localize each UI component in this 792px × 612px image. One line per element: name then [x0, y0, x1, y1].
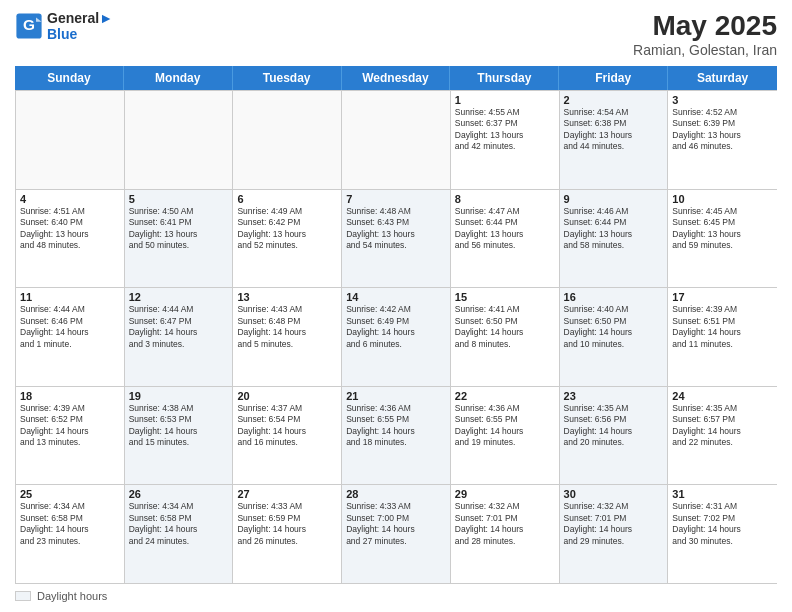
day-number: 3 [672, 94, 773, 106]
calendar-cell: 4Sunrise: 4:51 AM Sunset: 6:40 PM Daylig… [16, 190, 125, 288]
cell-info: Sunrise: 4:33 AM Sunset: 6:59 PM Dayligh… [237, 501, 337, 547]
cell-info: Sunrise: 4:40 AM Sunset: 6:50 PM Dayligh… [564, 304, 664, 350]
day-number: 12 [129, 291, 229, 303]
day-number: 16 [564, 291, 664, 303]
calendar-cell: 19Sunrise: 4:38 AM Sunset: 6:53 PM Dayli… [125, 387, 234, 485]
calendar-row: 18Sunrise: 4:39 AM Sunset: 6:52 PM Dayli… [16, 386, 777, 485]
day-number: 30 [564, 488, 664, 500]
calendar-cell: 21Sunrise: 4:36 AM Sunset: 6:55 PM Dayli… [342, 387, 451, 485]
day-number: 22 [455, 390, 555, 402]
cell-info: Sunrise: 4:34 AM Sunset: 6:58 PM Dayligh… [129, 501, 229, 547]
cell-info: Sunrise: 4:44 AM Sunset: 6:46 PM Dayligh… [20, 304, 120, 350]
cell-info: Sunrise: 4:50 AM Sunset: 6:41 PM Dayligh… [129, 206, 229, 252]
day-number: 21 [346, 390, 446, 402]
day-number: 1 [455, 94, 555, 106]
cell-info: Sunrise: 4:32 AM Sunset: 7:01 PM Dayligh… [564, 501, 664, 547]
calendar-cell: 7Sunrise: 4:48 AM Sunset: 6:43 PM Daylig… [342, 190, 451, 288]
calendar-cell: 12Sunrise: 4:44 AM Sunset: 6:47 PM Dayli… [125, 288, 234, 386]
calendar: SundayMondayTuesdayWednesdayThursdayFrid… [15, 66, 777, 584]
cell-info: Sunrise: 4:43 AM Sunset: 6:48 PM Dayligh… [237, 304, 337, 350]
calendar-header: SundayMondayTuesdayWednesdayThursdayFrid… [15, 66, 777, 90]
calendar-cell: 31Sunrise: 4:31 AM Sunset: 7:02 PM Dayli… [668, 485, 777, 583]
day-number: 25 [20, 488, 120, 500]
day-number: 19 [129, 390, 229, 402]
cell-info: Sunrise: 4:38 AM Sunset: 6:53 PM Dayligh… [129, 403, 229, 449]
svg-text:G: G [23, 16, 35, 33]
calendar-cell: 15Sunrise: 4:41 AM Sunset: 6:50 PM Dayli… [451, 288, 560, 386]
calendar-cell: 16Sunrise: 4:40 AM Sunset: 6:50 PM Dayli… [560, 288, 669, 386]
cell-info: Sunrise: 4:41 AM Sunset: 6:50 PM Dayligh… [455, 304, 555, 350]
day-number: 7 [346, 193, 446, 205]
month-title: May 2025 [633, 10, 777, 42]
calendar-cell: 8Sunrise: 4:47 AM Sunset: 6:44 PM Daylig… [451, 190, 560, 288]
calendar-row: 25Sunrise: 4:34 AM Sunset: 6:58 PM Dayli… [16, 484, 777, 583]
calendar-cell: 17Sunrise: 4:39 AM Sunset: 6:51 PM Dayli… [668, 288, 777, 386]
cell-info: Sunrise: 4:45 AM Sunset: 6:45 PM Dayligh… [672, 206, 773, 252]
calendar-cell: 11Sunrise: 4:44 AM Sunset: 6:46 PM Dayli… [16, 288, 125, 386]
calendar-cell: 10Sunrise: 4:45 AM Sunset: 6:45 PM Dayli… [668, 190, 777, 288]
day-number: 28 [346, 488, 446, 500]
day-number: 8 [455, 193, 555, 205]
calendar-cell: 2Sunrise: 4:54 AM Sunset: 6:38 PM Daylig… [560, 91, 669, 189]
header-day-saturday: Saturday [668, 66, 777, 90]
day-number: 9 [564, 193, 664, 205]
cell-info: Sunrise: 4:52 AM Sunset: 6:39 PM Dayligh… [672, 107, 773, 153]
cell-info: Sunrise: 4:42 AM Sunset: 6:49 PM Dayligh… [346, 304, 446, 350]
calendar-cell [233, 91, 342, 189]
day-number: 23 [564, 390, 664, 402]
day-number: 11 [20, 291, 120, 303]
calendar-cell [16, 91, 125, 189]
header-day-friday: Friday [559, 66, 668, 90]
calendar-cell: 23Sunrise: 4:35 AM Sunset: 6:56 PM Dayli… [560, 387, 669, 485]
cell-info: Sunrise: 4:49 AM Sunset: 6:42 PM Dayligh… [237, 206, 337, 252]
calendar-cell: 22Sunrise: 4:36 AM Sunset: 6:55 PM Dayli… [451, 387, 560, 485]
legend-box [15, 591, 31, 601]
cell-info: Sunrise: 4:35 AM Sunset: 6:57 PM Dayligh… [672, 403, 773, 449]
day-number: 10 [672, 193, 773, 205]
day-number: 4 [20, 193, 120, 205]
header: G General► Blue May 2025 Ramian, Golesta… [15, 10, 777, 58]
header-day-monday: Monday [124, 66, 233, 90]
header-day-thursday: Thursday [450, 66, 559, 90]
day-number: 24 [672, 390, 773, 402]
day-number: 29 [455, 488, 555, 500]
calendar-body: 1Sunrise: 4:55 AM Sunset: 6:37 PM Daylig… [15, 90, 777, 584]
cell-info: Sunrise: 4:44 AM Sunset: 6:47 PM Dayligh… [129, 304, 229, 350]
logo-icon: G [15, 12, 43, 40]
calendar-cell: 28Sunrise: 4:33 AM Sunset: 7:00 PM Dayli… [342, 485, 451, 583]
calendar-cell: 1Sunrise: 4:55 AM Sunset: 6:37 PM Daylig… [451, 91, 560, 189]
calendar-row: 1Sunrise: 4:55 AM Sunset: 6:37 PM Daylig… [16, 90, 777, 189]
cell-info: Sunrise: 4:31 AM Sunset: 7:02 PM Dayligh… [672, 501, 773, 547]
calendar-row: 11Sunrise: 4:44 AM Sunset: 6:46 PM Dayli… [16, 287, 777, 386]
cell-info: Sunrise: 4:33 AM Sunset: 7:00 PM Dayligh… [346, 501, 446, 547]
calendar-cell [342, 91, 451, 189]
cell-info: Sunrise: 4:54 AM Sunset: 6:38 PM Dayligh… [564, 107, 664, 153]
cell-info: Sunrise: 4:39 AM Sunset: 6:52 PM Dayligh… [20, 403, 120, 449]
logo-text: General► Blue [47, 10, 113, 42]
calendar-cell: 27Sunrise: 4:33 AM Sunset: 6:59 PM Dayli… [233, 485, 342, 583]
cell-info: Sunrise: 4:48 AM Sunset: 6:43 PM Dayligh… [346, 206, 446, 252]
footer: Daylight hours [15, 590, 777, 602]
calendar-cell: 13Sunrise: 4:43 AM Sunset: 6:48 PM Dayli… [233, 288, 342, 386]
calendar-cell: 18Sunrise: 4:39 AM Sunset: 6:52 PM Dayli… [16, 387, 125, 485]
day-number: 31 [672, 488, 773, 500]
cell-info: Sunrise: 4:36 AM Sunset: 6:55 PM Dayligh… [346, 403, 446, 449]
day-number: 18 [20, 390, 120, 402]
calendar-cell: 5Sunrise: 4:50 AM Sunset: 6:41 PM Daylig… [125, 190, 234, 288]
header-day-tuesday: Tuesday [233, 66, 342, 90]
calendar-row: 4Sunrise: 4:51 AM Sunset: 6:40 PM Daylig… [16, 189, 777, 288]
calendar-cell: 6Sunrise: 4:49 AM Sunset: 6:42 PM Daylig… [233, 190, 342, 288]
cell-info: Sunrise: 4:55 AM Sunset: 6:37 PM Dayligh… [455, 107, 555, 153]
calendar-cell: 24Sunrise: 4:35 AM Sunset: 6:57 PM Dayli… [668, 387, 777, 485]
day-number: 5 [129, 193, 229, 205]
day-number: 20 [237, 390, 337, 402]
legend-label: Daylight hours [37, 590, 107, 602]
cell-info: Sunrise: 4:46 AM Sunset: 6:44 PM Dayligh… [564, 206, 664, 252]
cell-info: Sunrise: 4:32 AM Sunset: 7:01 PM Dayligh… [455, 501, 555, 547]
calendar-cell: 14Sunrise: 4:42 AM Sunset: 6:49 PM Dayli… [342, 288, 451, 386]
cell-info: Sunrise: 4:37 AM Sunset: 6:54 PM Dayligh… [237, 403, 337, 449]
cell-info: Sunrise: 4:39 AM Sunset: 6:51 PM Dayligh… [672, 304, 773, 350]
day-number: 17 [672, 291, 773, 303]
location: Ramian, Golestan, Iran [633, 42, 777, 58]
calendar-cell [125, 91, 234, 189]
